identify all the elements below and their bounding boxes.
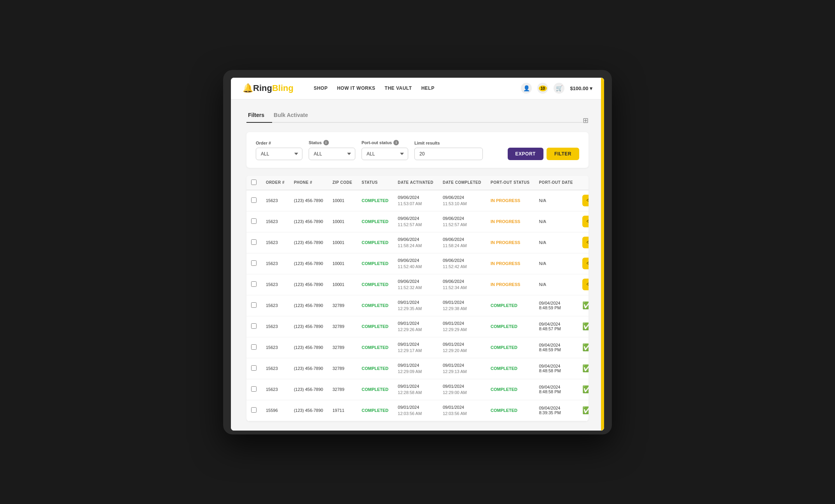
cell-date-completed: 09/06/202411:52:57 AM [438,211,486,232]
nav-how-it-works[interactable]: HOW IT WORKS [337,85,376,91]
cell-date-activated: 09/06/202411:53:07 AM [393,190,438,211]
row-checkbox[interactable] [251,344,257,350]
cell-checkbox [246,316,261,337]
cell-action[interactable]: ✅ [578,295,589,316]
cell-port-status: IN PROGRESS [486,274,534,295]
export-button[interactable]: EXPORT [508,148,543,160]
tab-filters[interactable]: Filters [246,109,272,123]
cell-checkbox [246,232,261,253]
cell-order: 15623 [261,316,289,337]
cell-checkbox [246,295,261,316]
cell-phone: (123) 456-7890 [289,190,328,211]
cell-zip: 10001 [328,190,357,211]
cell-port-status: COMPLETED [486,295,534,316]
row-checkbox[interactable] [251,386,257,392]
cell-action[interactable]: 👁 [578,232,589,253]
logo: 🔔RingBling [243,83,293,93]
cart-count-icon[interactable]: 10 [537,83,548,94]
user-icon[interactable]: 👤 [521,83,532,94]
row-checkbox[interactable] [251,218,257,224]
view-button[interactable]: 👁 [582,216,589,227]
cell-action[interactable]: 👁 [578,211,589,232]
cell-port-date: N/A [534,274,577,295]
cell-action[interactable]: ✅ [578,358,589,379]
row-checkbox[interactable] [251,260,257,266]
order-select[interactable]: ALL [256,148,302,160]
cell-order: 15623 [261,379,289,400]
col-checkbox [246,176,261,190]
filter-order: Order # ALL [256,141,302,160]
cell-date-completed: 09/01/202412:03:56 AM [438,400,486,421]
nav-the-vault[interactable]: THE VAULT [385,85,412,91]
cell-phone: (123) 456-7890 [289,400,328,421]
cell-action[interactable]: ✅ [578,337,589,358]
cell-date-completed: 09/01/202412:29:20 AM [438,337,486,358]
cell-port-date: 09/04/20248:48:59 PM [534,295,577,316]
select-all-checkbox[interactable] [251,180,257,185]
filters-area: Order # ALL Status i ALL [246,132,589,168]
cell-phone: (123) 456-7890 [289,211,328,232]
row-checkbox[interactable] [251,302,257,308]
table-row: 15623 (123) 456-7890 32789 COMPLETED 09/… [246,295,589,316]
table-row: 15623 (123) 456-7890 32789 COMPLETED 09/… [246,316,589,337]
cell-date-completed: 09/01/202412:29:29 AM [438,316,486,337]
badge: 10 [539,85,547,91]
col-port-date: PORT-OUT DATE [534,176,577,190]
limit-input[interactable] [414,148,483,160]
row-checkbox[interactable] [251,407,257,413]
cell-date-completed: 09/06/202411:58:24 AM [438,232,486,253]
filter-button[interactable]: FILTER [547,148,579,160]
cell-status: COMPLETED [357,190,393,211]
check-button[interactable]: ✅ [582,322,589,331]
cell-order: 15623 [261,253,289,274]
view-button[interactable]: 👁 [582,258,589,269]
cell-zip: 10001 [328,253,357,274]
data-table: ORDER # PHONE # ZIP CODE STATUS DATE ACT… [246,176,589,421]
cell-port-date: 09/04/20248:48:58 PM [534,379,577,400]
cell-date-activated: 09/06/202411:52:32 AM [393,274,438,295]
port-out-info-icon[interactable]: i [393,140,399,145]
check-button[interactable]: ✅ [582,406,589,415]
cell-status: COMPLETED [357,253,393,274]
nav-help[interactable]: HELP [421,85,435,91]
port-out-select[interactable]: ALL [362,148,408,160]
view-button[interactable]: 👁 [582,237,589,248]
view-button[interactable]: 👁 [582,195,589,206]
yellow-accent-bar [601,78,604,431]
cell-action[interactable]: ✅ [578,400,589,421]
balance-display[interactable]: $100.00 ▾ [570,85,592,91]
row-checkbox[interactable] [251,281,257,287]
cell-action[interactable]: 👁 [578,274,589,295]
status-info-icon[interactable]: i [323,140,329,145]
check-button[interactable]: ✅ [582,301,589,310]
row-checkbox[interactable] [251,323,257,329]
shopping-cart-icon[interactable]: 🛒 [554,83,564,94]
view-button[interactable]: 👁 [582,279,589,290]
check-button[interactable]: ✅ [582,343,589,352]
check-button[interactable]: ✅ [582,364,589,373]
nav-shop[interactable]: SHOP [314,85,328,91]
row-checkbox[interactable] [251,365,257,371]
filter-limit: Limit results [414,141,483,160]
table-row: 15623 (123) 456-7890 10001 COMPLETED 09/… [246,211,589,232]
cell-date-completed: 09/06/202411:53:10 AM [438,190,486,211]
cell-port-date: 09/04/20248:39:35 PM [534,400,577,421]
grid-view-icon[interactable]: ⊞ [583,116,589,125]
cell-action[interactable]: 👁 [578,190,589,211]
button-row: EXPORT FILTER [508,148,579,160]
cell-date-activated: 09/01/202412:29:17 AM [393,337,438,358]
cell-status: COMPLETED [357,211,393,232]
row-checkbox[interactable] [251,239,257,245]
cell-date-activated: 09/01/202412:29:26 AM [393,316,438,337]
cell-action[interactable]: ✅ [578,379,589,400]
check-button[interactable]: ✅ [582,385,589,394]
col-order: ORDER # [261,176,289,190]
cell-order: 15623 [261,358,289,379]
status-select[interactable]: ALL [309,148,355,160]
tab-bulk-activate[interactable]: Bulk Activate [272,109,316,123]
cell-date-activated: 09/06/202411:52:57 AM [393,211,438,232]
cell-zip: 32789 [328,295,357,316]
cell-action[interactable]: ✅ [578,316,589,337]
row-checkbox[interactable] [251,197,257,203]
cell-action[interactable]: 👁 [578,253,589,274]
